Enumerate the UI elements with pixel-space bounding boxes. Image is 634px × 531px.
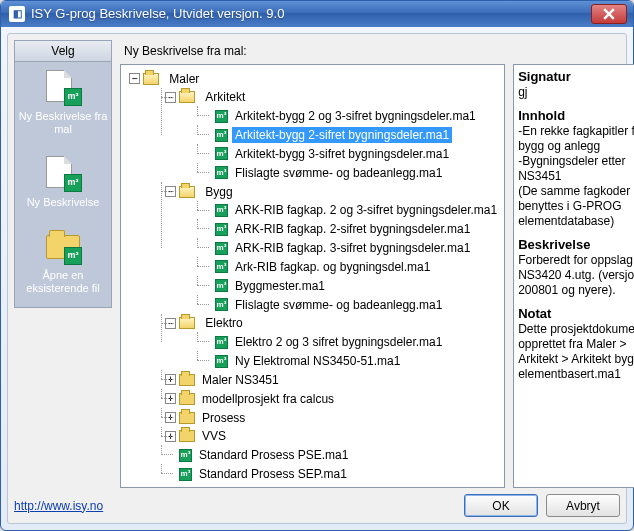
tree-item[interactable]: m³Arkitekt-bygg 3-sifret bygningsdeler.m… xyxy=(197,144,500,163)
expand-icon[interactable] xyxy=(165,412,176,423)
tree-item[interactable]: m³Flislagte svømme- og badeanlegg.ma1 xyxy=(197,295,500,314)
sidebar: Velg m³ Ny Beskrivelse fra mal m³ Ny Bes… xyxy=(14,40,112,308)
tree-label-selected[interactable]: Arkitekt-bygg 2-sifret bygningsdeler.ma1 xyxy=(232,127,452,143)
info-innhold-line: (De samme fagkoder benyttes i G-PROG ele… xyxy=(518,184,634,229)
tree-label[interactable]: Arkitekt-bygg 2 og 3-sifret bygningsdele… xyxy=(232,108,479,124)
template-icon: m³ xyxy=(215,204,228,217)
tree-item[interactable]: m³Arkitekt-bygg 2 og 3-sifret bygningsde… xyxy=(197,106,500,125)
folder-icon xyxy=(179,374,195,386)
expand-icon[interactable] xyxy=(165,374,176,385)
panel-header: Ny Beskrivelse fra mal: ? xyxy=(120,40,634,64)
tree-item[interactable]: m³ARK-RIB fagkap. 2-sifret bygningsdeler… xyxy=(197,219,500,238)
tree-label[interactable]: Flislagte svømme- og badeanlegg.ma1 xyxy=(232,297,445,313)
close-icon xyxy=(603,8,615,20)
info-innhold-line: -En rekke fagkapitler for bygg og anlegg xyxy=(518,124,634,154)
tree-folder-collapsed[interactable]: modellprosjekt fra calcus xyxy=(161,389,500,408)
info-innhold-line: -Bygningsdeler etter NS3451 xyxy=(518,154,634,184)
template-icon: m³ xyxy=(215,242,228,255)
tree-root[interactable]: Maler Arkitekt m³Arkitekt-bygg 2 og 3-si… xyxy=(125,69,500,483)
collapse-icon[interactable] xyxy=(165,186,176,197)
template-icon: m³ xyxy=(215,336,228,349)
tree-label[interactable]: Maler NS3451 xyxy=(199,372,282,388)
tree-folder-elektro[interactable]: Elektro m³Elektro 2 og 3 sifret bygnings… xyxy=(161,314,500,370)
folder-icon xyxy=(179,393,195,405)
sidebar-item-label: Ny Beskrivelse fra mal xyxy=(17,110,109,136)
tree-label[interactable]: Ark-RIB fagkap. og bygningsdel.ma1 xyxy=(232,259,433,275)
tree-item[interactable]: m³ARK-RIB fagkap. 2 og 3-sifret bygnings… xyxy=(197,201,500,220)
template-icon: m³ xyxy=(215,355,228,368)
sidebar-item-open-existing[interactable]: m³ Åpne en eksisterende fil xyxy=(15,221,111,307)
template-icon: m³ xyxy=(179,468,192,481)
website-link[interactable]: http://www.isy.no xyxy=(14,499,103,513)
tree-label[interactable]: Elektro xyxy=(202,315,245,331)
cube-icon: m³ xyxy=(64,247,82,265)
info-notat-title: Notat xyxy=(518,306,634,321)
tree-folder-bygg[interactable]: Bygg m³ARK-RIB fagkap. 2 og 3-sifret byg… xyxy=(161,182,500,314)
tree-label[interactable]: Prosess xyxy=(199,410,248,426)
template-icon: m³ xyxy=(215,110,228,123)
sidebar-item-new-from-template[interactable]: m³ Ny Beskrivelse fra mal xyxy=(15,62,111,148)
tree-label[interactable]: Elektro 2 og 3 sifret bygningsdeler.ma1 xyxy=(232,334,445,350)
folder-icon xyxy=(179,430,195,442)
info-signatur-title: Signatur xyxy=(518,69,634,84)
template-icon: m³ xyxy=(215,129,228,142)
info-notat-body: Dette prosjektdokument er opprettet fra … xyxy=(518,322,634,382)
template-tree[interactable]: Maler Arkitekt m³Arkitekt-bygg 2 og 3-si… xyxy=(120,64,505,488)
tree-label[interactable]: Ny Elektromal NS3450-51.ma1 xyxy=(232,353,403,369)
cube-icon: m³ xyxy=(64,174,82,192)
info-beskrivelse-body: Forberedt for oppslag i NS3420 4.utg. (v… xyxy=(518,253,634,298)
collapse-icon[interactable] xyxy=(165,318,176,329)
tree-label[interactable]: Standard Prosess PSE.ma1 xyxy=(196,447,351,463)
info-panel: Signatur gj Innhold -En rekke fagkapitle… xyxy=(513,64,634,488)
tree-folder-collapsed[interactable]: Maler NS3451 xyxy=(161,370,500,389)
template-icon: m³ xyxy=(215,298,228,311)
main-column: Ny Beskrivelse fra mal: ? Maler xyxy=(120,40,634,488)
tree-label[interactable]: Maler xyxy=(166,71,202,87)
tree-item[interactable]: m³Standard Prosess PSE.ma1 xyxy=(161,445,500,464)
tree-folder-collapsed[interactable]: Prosess xyxy=(161,408,500,427)
panels-row: Maler Arkitekt m³Arkitekt-bygg 2 og 3-si… xyxy=(120,64,634,488)
collapse-icon[interactable] xyxy=(165,92,176,103)
tree-label[interactable]: modellprosjekt fra calcus xyxy=(199,391,337,407)
tree-label[interactable]: ARK-RIB fagkap. 3-sifret bygningsdeler.m… xyxy=(232,240,473,256)
tree-item[interactable]: m³Byggmester.ma1 xyxy=(197,276,500,295)
tree-label[interactable]: VVS xyxy=(199,428,229,444)
tree-label[interactable]: ARK-RIB fagkap. 2-sifret bygningsdeler.m… xyxy=(232,221,473,237)
tree-item[interactable]: m³Arkitekt-bygg 2-sifret bygningsdeler.m… xyxy=(197,125,500,144)
tree-item[interactable]: m³Elektro 2 og 3 sifret bygningsdeler.ma… xyxy=(197,332,500,351)
tree-item[interactable]: m³Flislagte svømme- og badeanlegg.ma1 xyxy=(197,163,500,182)
template-icon: m³ xyxy=(179,449,192,462)
app-icon: ◧ xyxy=(9,6,25,22)
template-icon: m³ xyxy=(215,166,228,179)
template-icon: m³ xyxy=(215,279,228,292)
tree-label[interactable]: Flislagte svømme- og badeanlegg.ma1 xyxy=(232,165,445,181)
sidebar-item-label: Åpne en eksisterende fil xyxy=(17,269,109,295)
tree-item[interactable]: m³Ark-RIB fagkap. og bygningsdel.ma1 xyxy=(197,257,500,276)
close-button[interactable] xyxy=(591,4,627,24)
folder-icon xyxy=(143,73,159,85)
sidebar-header: Velg xyxy=(15,41,111,62)
tree-folder-collapsed[interactable]: VVS xyxy=(161,427,500,446)
sidebar-item-new-blank[interactable]: m³ Ny Beskrivelse xyxy=(15,148,111,221)
client-area: Velg m³ Ny Beskrivelse fra mal m³ Ny Bes… xyxy=(7,33,627,524)
cancel-button[interactable]: Avbryt xyxy=(546,494,620,517)
tree-folder-arkitekt[interactable]: Arkitekt m³Arkitekt-bygg 2 og 3-sifret b… xyxy=(161,88,500,182)
expand-icon[interactable] xyxy=(165,431,176,442)
tree-label[interactable]: Byggmester.ma1 xyxy=(232,278,328,294)
tree-label[interactable]: Arkitekt xyxy=(202,89,248,105)
tree-item[interactable]: m³Ny Elektromal NS3450-51.ma1 xyxy=(197,351,500,370)
collapse-icon[interactable] xyxy=(129,73,140,84)
titlebar[interactable]: ◧ ISY G-prog Beskrivelse, Utvidet versjo… xyxy=(1,1,633,27)
sidebar-item-label: Ny Beskrivelse xyxy=(17,196,109,209)
tree-item[interactable]: m³Standard Prosess SEP.ma1 xyxy=(161,464,500,483)
tree-label[interactable]: Bygg xyxy=(202,184,235,200)
tree-item[interactable]: m³ARK-RIB fagkap. 3-sifret bygningsdeler… xyxy=(197,238,500,257)
tree-label[interactable]: Arkitekt-bygg 3-sifret bygningsdeler.ma1 xyxy=(232,146,452,162)
ok-button[interactable]: OK xyxy=(464,494,538,517)
tree-label[interactable]: ARK-RIB fagkap. 2 og 3-sifret bygningsde… xyxy=(232,202,500,218)
info-beskrivelse-title: Beskrivelse xyxy=(518,237,634,252)
expand-icon[interactable] xyxy=(165,393,176,404)
tree-label[interactable]: Standard Prosess SEP.ma1 xyxy=(196,466,350,482)
folder-icon xyxy=(179,317,195,329)
folder-icon xyxy=(179,91,195,103)
